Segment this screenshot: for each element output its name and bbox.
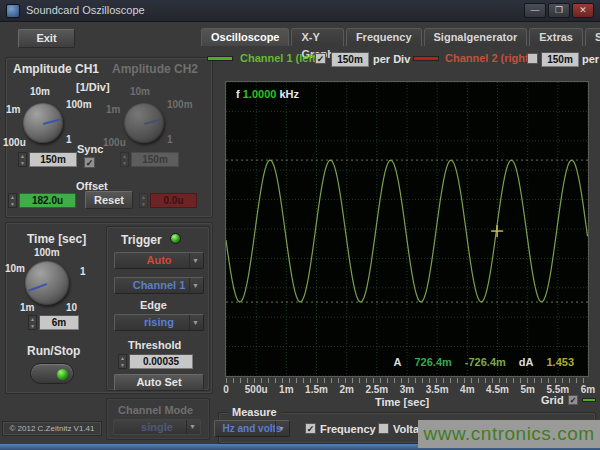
grid-color-swatch xyxy=(582,398,596,402)
tab-oscilloscope[interactable]: Oscilloscope xyxy=(201,28,289,46)
knob-label: 10m xyxy=(30,86,50,97)
offset-ch2-spinner[interactable]: ▲▼ xyxy=(139,193,148,208)
tab-bar: OscilloscopeX-Y GraphFrequencySignalgene… xyxy=(201,28,600,46)
x-tick-label: 500u xyxy=(245,384,268,395)
channel1-color-swatch xyxy=(207,56,233,61)
knob-label: 1 xyxy=(80,266,86,277)
knob-needle xyxy=(144,118,162,125)
channel2-checkbox[interactable] xyxy=(527,53,538,64)
time-value[interactable]: 6m xyxy=(39,315,79,330)
offset-ch1-value[interactable]: 182.0u xyxy=(19,193,76,208)
time-knob[interactable] xyxy=(25,261,69,305)
x-tick-label: 4m xyxy=(460,384,474,395)
knob-label: 100u xyxy=(103,137,126,148)
offset-reset-button[interactable]: Reset xyxy=(85,191,133,209)
trigger-edge-dropdown[interactable]: rising ▼ xyxy=(114,314,204,331)
chevron-down-icon: ▼ xyxy=(275,421,287,436)
knob-label: 100u xyxy=(3,137,26,148)
a-neg-value: -726.4m xyxy=(465,356,506,368)
x-tick-label: 4.5m xyxy=(486,384,509,395)
tab-settings[interactable]: Settings xyxy=(585,28,600,46)
x-tick-label: 0 xyxy=(223,384,229,395)
a-label: A xyxy=(394,356,402,368)
title-bar: Soundcard Oszilloscope — ❐ ✕ xyxy=(0,0,600,22)
x-tick-label: 2.5m xyxy=(365,384,388,395)
time-spinner[interactable]: ▲▼ xyxy=(28,315,37,330)
a-value: 726.4m xyxy=(415,356,452,368)
tab-frequency[interactable]: Frequency xyxy=(346,28,422,46)
knob-label: 10m xyxy=(5,263,25,274)
channel-mode-value: single xyxy=(141,421,173,433)
knob-label: 100m xyxy=(66,99,92,110)
trigger-source-value: Channel 1 xyxy=(133,279,186,291)
knob-label: 10m xyxy=(130,86,150,97)
sync-checkbox[interactable]: ✓ xyxy=(84,157,95,168)
knob-label: 100m xyxy=(34,247,60,258)
scope-display[interactable]: f 1.0000 kHz A 726.4m -726.4m dA 1.453 xyxy=(225,81,589,377)
amplitude-readout: A 726.4m -726.4m dA 1.453 xyxy=(394,356,574,368)
channel1-checkbox[interactable]: ✓ xyxy=(315,53,326,64)
measure-mode-value: Hz and volts xyxy=(223,423,282,434)
sync-label: Sync xyxy=(77,143,103,155)
threshold-spinner[interactable]: ▲▼ xyxy=(118,354,127,369)
amplitude-ch2-value[interactable]: 150m xyxy=(131,152,179,167)
runstop-toggle[interactable] xyxy=(30,363,74,384)
channel1-per-div-value[interactable]: 150m xyxy=(331,52,369,67)
tab-signalgenerator[interactable]: Signalgenerator xyxy=(424,28,528,46)
chevron-down-icon: ▼ xyxy=(189,278,201,293)
frequency-unit: kHz xyxy=(279,88,299,100)
amplitude-ch2-spinner[interactable]: ▲▼ xyxy=(120,152,129,167)
amplitude-ch1-spinner[interactable]: ▲▼ xyxy=(18,152,27,167)
frequency-value: 1.0000 xyxy=(243,88,277,100)
amplitude-ch2-knob[interactable] xyxy=(124,103,164,143)
edge-label: Edge xyxy=(140,299,167,311)
frequency-checkbox-label: Frequency xyxy=(320,423,376,435)
x-tick-label: 2m xyxy=(339,384,353,395)
frequency-checkbox[interactable]: ✓ xyxy=(305,423,316,434)
knob-label: 1m xyxy=(20,302,34,313)
da-label: dA xyxy=(519,356,534,368)
exit-button[interactable]: Exit xyxy=(18,29,75,48)
channel1-label: Channel 1 (left) xyxy=(240,52,319,64)
trigger-source-dropdown[interactable]: Channel 1 ▼ xyxy=(114,277,204,294)
grid-checkbox[interactable]: ✓ xyxy=(568,395,578,405)
close-button[interactable]: ✕ xyxy=(572,3,594,18)
watermark: www.cntronics.com xyxy=(418,420,600,448)
tab-extras[interactable]: Extras xyxy=(529,28,583,46)
offset-ch2-value[interactable]: 0.0u xyxy=(150,193,197,208)
app-icon xyxy=(6,4,20,18)
channel2-label: Channel 2 (right) xyxy=(445,52,532,64)
x-tick-label: 1m xyxy=(279,384,293,395)
trigger-title: Trigger xyxy=(121,233,162,247)
auto-set-button[interactable]: Auto Set xyxy=(114,374,204,391)
voltage-checkbox[interactable] xyxy=(378,423,389,434)
trigger-led xyxy=(170,233,181,244)
knob-needle xyxy=(43,118,61,125)
frequency-readout: f 1.0000 kHz xyxy=(236,88,299,100)
offset-ch1-spinner[interactable]: ▲▼ xyxy=(8,193,17,208)
scope-plot xyxy=(226,82,588,376)
runstop-label: Run/Stop xyxy=(27,344,80,358)
knob-label: 1 xyxy=(167,134,173,145)
amplitude-ch1-value[interactable]: 150m xyxy=(29,152,77,167)
trigger-edge-value: rising xyxy=(144,316,174,328)
threshold-value[interactable]: 0.00035 xyxy=(129,354,193,369)
maximize-button[interactable]: ❐ xyxy=(548,3,570,18)
amplitude-ch1-knob[interactable] xyxy=(23,103,63,143)
chevron-down-icon: ▼ xyxy=(186,420,198,434)
per-div-unit-label: [1/Div] xyxy=(76,81,110,93)
x-axis-ticks xyxy=(226,378,588,383)
channel2-per-div-value[interactable]: 150m xyxy=(541,52,579,67)
channel1-per-div-label: per Div xyxy=(373,53,410,65)
measure-title: Measure xyxy=(228,406,281,418)
measure-mode-dropdown[interactable]: Hz and volts ▼ xyxy=(214,420,290,437)
minimize-button[interactable]: — xyxy=(524,3,546,18)
tab-x-y-graph[interactable]: X-Y Graph xyxy=(291,28,343,46)
channel-mode-label: Channel Mode xyxy=(118,404,193,416)
channel-mode-dropdown[interactable]: single ▼ xyxy=(113,419,201,435)
x-tick-label: 3.5m xyxy=(426,384,449,395)
x-tick-label: 3m xyxy=(400,384,414,395)
trigger-mode-dropdown[interactable]: Auto ▼ xyxy=(114,252,204,269)
run-indicator-led xyxy=(57,369,68,380)
window-title: Soundcard Oszilloscope xyxy=(26,4,145,16)
